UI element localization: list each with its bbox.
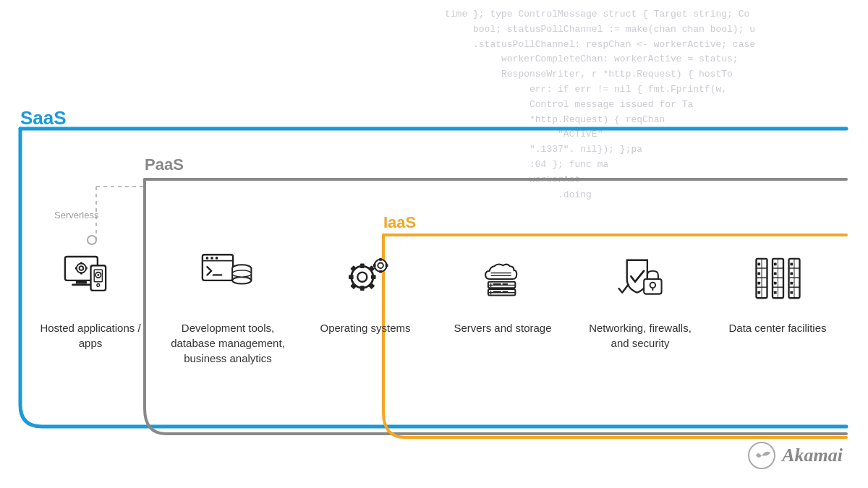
- servers-label: Servers and storage: [454, 320, 551, 335]
- svg-rect-9: [75, 267, 77, 269]
- os-icon: [336, 249, 394, 307]
- akamai-icon: [747, 441, 776, 470]
- svg-rect-52: [493, 291, 501, 292]
- svg-point-57: [650, 282, 655, 288]
- svg-rect-47: [493, 283, 501, 285]
- svg-point-19: [210, 257, 213, 260]
- service-networking: Networking, firewalls, and security: [571, 249, 709, 351]
- service-os: Operating systems: [297, 249, 434, 335]
- svg-rect-8: [80, 272, 82, 274]
- akamai-text: Akamai: [782, 445, 843, 466]
- saas-label: SaaS: [20, 107, 67, 129]
- svg-point-18: [205, 257, 208, 260]
- datacenter-label: Data center facilities: [728, 320, 826, 335]
- svg-rect-83: [790, 272, 793, 275]
- services-row: Hosted applications / apps: [22, 249, 846, 366]
- svg-point-39: [378, 262, 383, 268]
- svg-rect-73: [773, 262, 776, 265]
- svg-rect-53: [502, 291, 508, 292]
- svg-point-26: [232, 277, 251, 283]
- svg-rect-40: [379, 257, 382, 260]
- serverless-circle: [87, 235, 97, 245]
- hosted-apps-icon: [61, 249, 119, 307]
- networking-icon: [611, 249, 669, 307]
- svg-point-13: [96, 283, 99, 286]
- server-icon: [474, 249, 532, 307]
- service-servers: Servers and storage: [434, 249, 571, 335]
- svg-rect-3: [75, 280, 86, 283]
- svg-rect-75: [773, 281, 776, 284]
- service-dev-tools: Development tools, database management, …: [159, 249, 297, 366]
- svg-rect-10: [85, 267, 88, 269]
- svg-rect-84: [790, 281, 793, 284]
- svg-rect-43: [385, 264, 388, 267]
- service-hosted-apps: Hosted applications / apps: [22, 249, 159, 351]
- svg-point-27: [232, 270, 251, 276]
- os-label: Operating systems: [320, 320, 410, 335]
- svg-rect-66: [757, 281, 760, 284]
- svg-rect-74: [773, 272, 776, 275]
- service-datacenter: Data center facilities: [709, 249, 846, 335]
- networking-label: Networking, firewalls, and security: [582, 320, 698, 351]
- svg-point-6: [79, 266, 83, 270]
- svg-rect-64: [757, 262, 760, 265]
- svg-rect-30: [360, 263, 365, 268]
- dev-tools-icon: [199, 249, 257, 307]
- svg-rect-33: [371, 275, 376, 279]
- svg-rect-82: [790, 262, 793, 265]
- svg-rect-85: [790, 291, 793, 294]
- svg-rect-41: [379, 270, 382, 273]
- svg-rect-65: [757, 272, 760, 275]
- serverless-label: Serverless: [54, 210, 98, 221]
- svg-rect-7: [80, 262, 82, 264]
- svg-rect-32: [349, 275, 354, 279]
- svg-rect-31: [360, 286, 365, 291]
- svg-rect-76: [773, 291, 776, 294]
- svg-point-15: [97, 273, 99, 275]
- iaas-label: IaaS: [383, 213, 416, 232]
- datacenter-icon: [749, 249, 807, 307]
- akamai-logo: Akamai: [747, 441, 843, 470]
- diagram: SaaS PaaS IaaS Serverless: [0, 0, 868, 488]
- arcs-svg: [0, 0, 868, 488]
- svg-rect-67: [757, 291, 760, 294]
- svg-point-29: [357, 272, 367, 281]
- hosted-apps-label: Hosted applications / apps: [33, 320, 148, 351]
- svg-rect-4: [72, 283, 90, 286]
- svg-rect-42: [373, 264, 375, 267]
- svg-point-20: [215, 257, 218, 260]
- svg-rect-48: [502, 283, 508, 285]
- paas-label: PaaS: [145, 155, 184, 174]
- dev-tools-label: Development tools, database management, …: [170, 320, 286, 366]
